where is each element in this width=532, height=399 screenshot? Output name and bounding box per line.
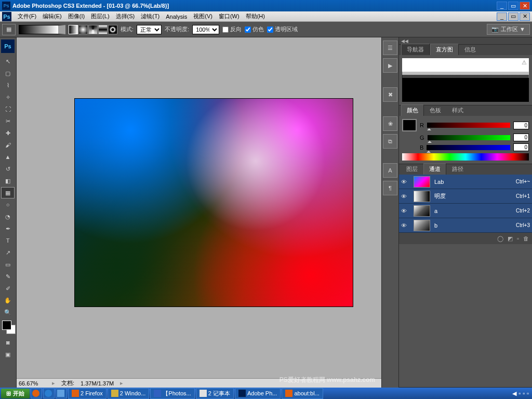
clone-stamp-tool[interactable]: ▲ — [1, 151, 15, 163]
marquee-tool[interactable]: ▢ — [1, 68, 15, 79]
diamond-gradient-button[interactable] — [108, 25, 117, 34]
tab-histogram[interactable]: 直方图 — [430, 44, 459, 55]
brushes-dock-icon[interactable]: ❀ — [383, 116, 397, 131]
doc-close-button[interactable]: ✕ — [520, 12, 530, 21]
taskbar-item[interactable]: 2 Firefox — [68, 388, 107, 399]
opacity-select[interactable]: 100% — [192, 25, 219, 34]
delete-channel-icon[interactable]: 🗑 — [523, 235, 529, 242]
doc-minimize-button[interactable]: _ — [497, 12, 507, 21]
tray-icon[interactable]: ▫ — [523, 390, 525, 396]
tab-info[interactable]: 信息 — [459, 44, 481, 55]
visibility-icon[interactable]: 👁 — [401, 208, 409, 214]
tray-icon[interactable]: ▫ — [527, 390, 529, 396]
menu-help[interactable]: 帮助(H) — [243, 11, 268, 21]
quick-launch-ie[interactable] — [43, 388, 55, 398]
history-brush-tool[interactable]: ↺ — [1, 163, 15, 175]
transparency-check[interactable]: 透明区域 — [267, 25, 298, 33]
paragraph-dock-icon[interactable]: ¶ — [383, 181, 397, 195]
zoom-tool[interactable]: 🔍 — [1, 307, 15, 318]
menu-file[interactable]: 文件(F) — [15, 11, 39, 21]
magic-wand-tool[interactable]: ✧ — [1, 91, 15, 103]
shape-tool[interactable]: ▭ — [1, 259, 15, 270]
color-swatches[interactable] — [1, 321, 15, 336]
slice-tool[interactable]: ✂ — [1, 115, 15, 127]
canvas-area[interactable]: ▸ 文档: 1.37M/1.37M ▸ PS爱好者教程网 www.psahz.c… — [17, 37, 381, 388]
actions-dock-icon[interactable]: ▶ — [383, 58, 397, 73]
load-selection-icon[interactable]: ◯ — [497, 235, 503, 242]
b-slider[interactable] — [427, 145, 510, 150]
screen-mode-button[interactable]: ▣ — [1, 349, 15, 360]
foreground-swatch[interactable] — [2, 321, 11, 330]
ps-badge-icon[interactable]: Ps — [1, 39, 15, 53]
reverse-check[interactable]: 反向 — [222, 25, 242, 33]
pen-tool[interactable]: ✒ — [1, 223, 15, 234]
menu-edit[interactable]: 编辑(E) — [39, 11, 65, 21]
taskbar-item[interactable]: 2 记事本 — [196, 388, 234, 399]
tab-swatches[interactable]: 色板 — [424, 105, 446, 116]
tray-icon[interactable]: ▫ — [518, 390, 521, 396]
menu-layer[interactable]: 图层(L) — [88, 11, 112, 21]
ps-menu-icon[interactable]: Ps — [2, 12, 11, 21]
menu-select[interactable]: 选择(S) — [113, 11, 138, 21]
blur-tool[interactable]: ○ — [1, 199, 15, 210]
brush-tool[interactable]: 🖌 — [1, 139, 15, 151]
g-input[interactable] — [513, 134, 529, 141]
visibility-icon[interactable]: 👁 — [401, 222, 409, 229]
histogram-canvas[interactable]: ⚠ — [402, 58, 529, 102]
maximize-button[interactable]: ▭ — [508, 2, 518, 10]
r-input[interactable] — [513, 122, 529, 129]
quick-launch-firefox[interactable] — [31, 388, 42, 398]
doc-restore-button[interactable]: ▭ — [508, 12, 518, 21]
history-dock-icon[interactable]: ☰ — [383, 41, 397, 55]
reflected-gradient-button[interactable] — [98, 25, 108, 34]
menu-window[interactable]: 窗口(W) — [216, 11, 243, 21]
menu-image[interactable]: 图像(I) — [65, 11, 88, 21]
clone-dock-icon[interactable]: ⧉ — [383, 134, 397, 149]
menu-filter[interactable]: 滤镜(T) — [138, 11, 163, 21]
taskbar-item[interactable]: 【Photos... — [150, 388, 194, 399]
tray-icon[interactable]: ◀ — [512, 390, 516, 397]
cache-warning-icon[interactable]: ⚠ — [522, 59, 527, 66]
lasso-tool[interactable]: ⌇ — [1, 79, 15, 91]
hand-tool[interactable]: ✋ — [1, 295, 15, 306]
save-selection-icon[interactable]: ◩ — [508, 235, 513, 242]
b-input[interactable] — [513, 143, 529, 151]
g-slider[interactable] — [428, 135, 510, 140]
minimize-button[interactable]: _ — [497, 2, 507, 10]
quick-launch-desktop[interactable] — [56, 388, 67, 398]
tab-color[interactable]: 颜色 — [401, 104, 424, 116]
blend-mode-select[interactable]: 正常 — [137, 25, 162, 34]
taskbar-item[interactable]: about:bl... — [282, 388, 323, 399]
taskbar-item[interactable]: Adobe Ph... — [235, 388, 281, 399]
channel-row[interactable]: 👁 b Ctrl+3 — [399, 218, 532, 233]
tab-navigator[interactable]: 导航器 — [401, 44, 430, 55]
system-tray[interactable]: ◀ ▫ ▫ ▫ — [510, 390, 531, 397]
taskbar-item[interactable]: 2 Windo... — [108, 388, 150, 399]
eyedropper-tool[interactable]: ✐ — [1, 283, 15, 294]
eraser-tool[interactable]: ◧ — [1, 175, 15, 187]
start-button[interactable]: ⊞ 开始 — [1, 389, 30, 398]
new-channel-icon[interactable]: ▫ — [517, 235, 519, 242]
path-select-tool[interactable]: ↗ — [1, 247, 15, 258]
crop-tool[interactable]: ⛶ — [1, 103, 15, 115]
tab-styles[interactable]: 样式 — [447, 105, 469, 116]
dodge-tool[interactable]: ◔ — [1, 211, 15, 222]
color-ramp[interactable] — [402, 153, 529, 161]
character-dock-icon[interactable]: A — [383, 163, 397, 178]
type-tool[interactable]: T — [1, 235, 15, 246]
healing-brush-tool[interactable]: ✚ — [1, 127, 15, 139]
menu-view[interactable]: 视图(V) — [190, 11, 216, 21]
radial-gradient-button[interactable] — [78, 25, 88, 34]
move-tool[interactable]: ↖ — [1, 56, 15, 67]
tab-paths[interactable]: 路径 — [447, 164, 469, 175]
workspace-button[interactable]: 📷 工作区 ▼ — [487, 24, 530, 35]
quick-mask-button[interactable]: ◙ — [1, 337, 15, 348]
r-slider[interactable] — [427, 123, 510, 128]
tools-preset-dock-icon[interactable]: ✖ — [383, 87, 397, 102]
zoom-field[interactable] — [19, 380, 46, 387]
visibility-icon[interactable]: 👁 — [401, 193, 409, 200]
visibility-icon[interactable]: 👁 — [401, 179, 409, 185]
dither-check[interactable]: 仿色 — [245, 25, 264, 33]
panel-foreground-swatch[interactable] — [402, 119, 417, 131]
close-button[interactable]: ✕ — [520, 2, 530, 10]
